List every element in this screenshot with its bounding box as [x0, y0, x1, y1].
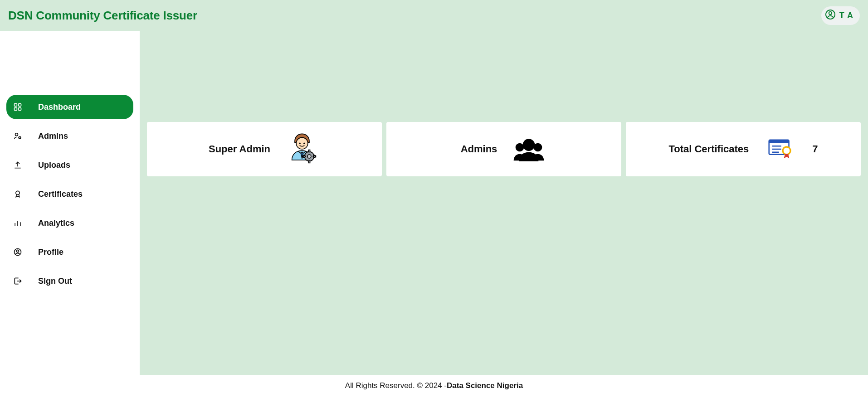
user-circle-icon [13, 247, 23, 257]
sidebar-item-certificates[interactable]: Certificates [6, 182, 133, 206]
dashboard-icon [13, 102, 23, 112]
sidebar-item-dashboard[interactable]: Dashboard [6, 95, 133, 119]
badge-icon [13, 189, 23, 199]
svg-point-11 [296, 137, 308, 149]
svg-point-12 [299, 143, 301, 144]
svg-point-25 [534, 143, 542, 152]
sidebar-item-profile[interactable]: Profile [6, 240, 133, 264]
card-title: Total Certificates [668, 143, 749, 155]
svg-rect-17 [308, 161, 310, 163]
svg-point-32 [783, 147, 790, 155]
layout: Dashboard Admins [0, 31, 868, 375]
sidebar-item-label: Certificates [38, 189, 83, 199]
svg-point-15 [307, 155, 311, 158]
sidebar-item-label: Analytics [38, 218, 74, 228]
user-initials: T A [839, 11, 853, 20]
app-title: DSN Community Certificate Issuer [8, 9, 197, 23]
sidebar-item-admins[interactable]: Admins [6, 124, 133, 148]
sidebar-item-label: Sign Out [38, 277, 72, 286]
footer-text: All Rights Reserved. © 2024 - [345, 381, 447, 390]
bar-chart-icon [13, 218, 23, 228]
card-super-admin[interactable]: Super Admin [147, 122, 382, 176]
svg-point-1 [829, 12, 831, 15]
certificate-icon [762, 131, 799, 167]
svg-point-8 [16, 191, 20, 194]
main-content: Super Admin [140, 31, 868, 375]
sidebar: Dashboard Admins [0, 31, 140, 375]
svg-point-24 [516, 143, 524, 152]
footer: All Rights Reserved. © 2024 -Data Scienc… [0, 375, 868, 398]
sidebar-item-label: Profile [38, 248, 63, 257]
sidebar-item-analytics[interactable]: Analytics [6, 211, 133, 235]
card-admins[interactable]: Admins [386, 122, 621, 176]
svg-point-7 [19, 137, 21, 139]
user-menu[interactable]: T A [821, 6, 860, 25]
svg-rect-3 [19, 104, 21, 107]
svg-point-6 [15, 133, 18, 136]
nav-list: Dashboard Admins [0, 95, 140, 293]
svg-rect-4 [15, 108, 17, 111]
user-circle-icon [825, 9, 836, 22]
group-icon [511, 131, 547, 167]
user-gear-icon [13, 131, 23, 141]
sidebar-item-uploads[interactable]: Uploads [6, 153, 133, 177]
super-admin-icon [284, 131, 320, 167]
upload-icon [13, 160, 23, 170]
card-title: Super Admin [209, 143, 270, 155]
card-value: 7 [812, 143, 818, 155]
sidebar-item-label: Uploads [38, 160, 70, 170]
svg-rect-2 [15, 104, 17, 107]
header: DSN Community Certificate Issuer T A [0, 0, 868, 31]
sign-out-icon [13, 276, 23, 286]
card-total-certificates[interactable]: Total Certificates 7 [626, 122, 861, 176]
svg-rect-16 [308, 150, 310, 152]
sidebar-item-label: Dashboard [38, 102, 81, 112]
svg-point-10 [17, 250, 19, 252]
svg-rect-28 [769, 140, 789, 143]
footer-org: Data Science Nigeria [447, 381, 523, 390]
svg-rect-5 [19, 108, 21, 111]
sidebar-item-sign-out[interactable]: Sign Out [6, 269, 133, 293]
dashboard-cards: Super Admin [147, 122, 861, 176]
sidebar-item-label: Admins [38, 131, 68, 141]
card-title: Admins [461, 143, 497, 155]
svg-point-13 [303, 143, 305, 144]
svg-point-26 [523, 139, 535, 151]
